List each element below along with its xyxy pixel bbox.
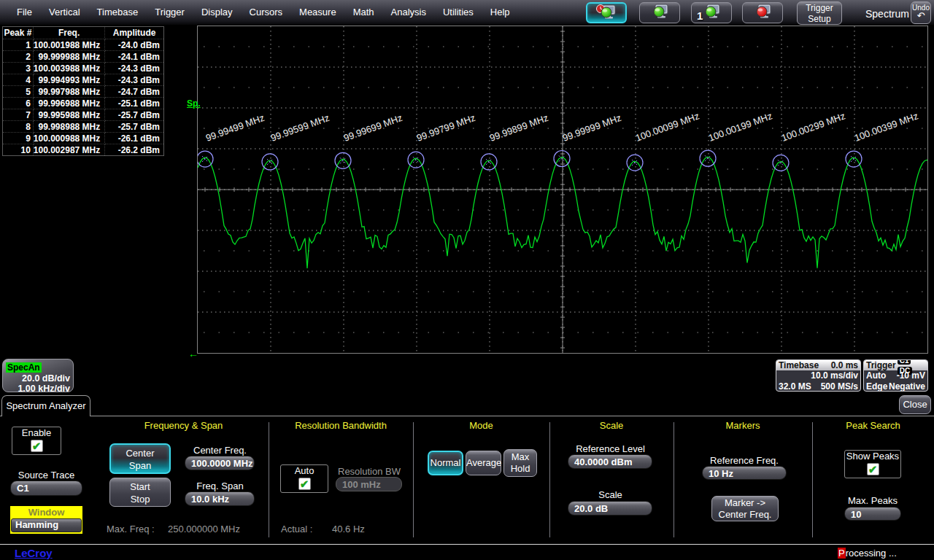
- oscilloscope-screen: FileVerticalTimebaseTriggerDisplayCursor…: [0, 0, 934, 560]
- single-trigger-count: 1: [697, 9, 703, 22]
- center-freq-field[interactable]: 100.0000 MHz: [185, 456, 255, 470]
- enable-checkbox[interactable]: ✔: [31, 440, 43, 452]
- timebase-descriptor-box[interactable]: Timebase 0.0 ms 10.0 ms/div 32.0 MS 500 …: [776, 359, 861, 392]
- source-trace-field[interactable]: C1: [10, 481, 82, 496]
- menu-cursors[interactable]: Cursors: [250, 0, 283, 18]
- specan-descriptor-box[interactable]: SpecAn 20.0 dB/div 1.00 kHz/div: [2, 359, 74, 392]
- green-light-monitor-icon: [587, 4, 627, 23]
- section-title-frequency-span: Frequency & Span: [99, 420, 269, 431]
- reference-freq-field[interactable]: 10 Hz: [702, 466, 787, 480]
- lecroy-logo[interactable]: LeCroy: [15, 547, 53, 559]
- section-title-mode: Mode: [413, 420, 549, 431]
- marker-to-center-freq-button[interactable]: Marker -> Center Freq.: [711, 496, 779, 521]
- actual-label: Actual :: [281, 524, 312, 534]
- peak-table-cell: 100.003988 MHz: [33, 63, 104, 74]
- peak-table-row: 899.998988 MHz-25.7 dBm: [3, 121, 164, 133]
- start-stop-button[interactable]: Start Stop: [109, 478, 171, 507]
- peak-table-row: 3100.003988 MHz-24.3 dBm: [3, 63, 164, 74]
- trigger-stop-button[interactable]: [742, 2, 783, 23]
- peak-table-cell: 5: [3, 86, 34, 98]
- menu-math[interactable]: Math: [353, 0, 374, 18]
- peak-table-cell: 99.999988 MHz: [33, 51, 104, 63]
- menu-vertical[interactable]: Vertical: [49, 0, 80, 18]
- peak-table-header: Peak #: [3, 27, 34, 39]
- resolution-bw-label: Resolution BW: [336, 466, 403, 477]
- close-button[interactable]: Close: [899, 395, 931, 414]
- peak-frequency-label: 99.99799 MHz: [415, 112, 477, 144]
- peak-marker-circle-icon: [198, 151, 213, 167]
- show-peaks-checkbox[interactable]: ✔: [867, 463, 879, 475]
- menu-file[interactable]: File: [17, 0, 32, 18]
- processing-status-first-letter: P: [838, 548, 846, 559]
- peak-table-row: 9100.000988 MHz-26.1 dBm: [3, 133, 164, 144]
- peak-table-cell: 99.996988 MHz: [33, 98, 104, 109]
- peak-table-cell: 100.002987 MHz: [33, 144, 104, 156]
- trigger-descriptor-box[interactable]: Trigger C1 DC Auto -10 mV Edge Negative: [863, 359, 928, 392]
- window-combo[interactable]: Hamming: [11, 518, 82, 532]
- trigger-auto-button[interactable]: [586, 2, 627, 23]
- peak-table-cell: -24.1 dBm: [105, 51, 164, 63]
- source-trace-label: Source Trace: [10, 470, 82, 481]
- trigger-single-button[interactable]: 1: [691, 2, 732, 23]
- enable-checkbox-group[interactable]: Enable ✔: [12, 427, 61, 455]
- section-title-peak-search: Peak Search: [812, 420, 934, 431]
- peak-table-cell: -25.7 dBm: [105, 121, 164, 133]
- scale-field[interactable]: 20.0 dB: [568, 501, 652, 516]
- mode-max-hold-button[interactable]: Max Hold: [503, 449, 537, 477]
- mode-normal-button[interactable]: Normal: [428, 451, 463, 475]
- peak-table-cell: -24.7 dBm: [105, 86, 164, 98]
- peak-table-row: 799.995988 MHz-25.7 dBm: [3, 109, 164, 121]
- menu-measure[interactable]: Measure: [299, 0, 336, 18]
- trigger-position-arrow-icon: ←: [188, 348, 198, 359]
- mode-average-button[interactable]: Average: [466, 451, 501, 475]
- peak-frequency-label: 99.99899 MHz: [488, 112, 550, 144]
- peak-table-cell: -25.1 dBm: [105, 98, 164, 109]
- center-span-button[interactable]: Center Span: [109, 443, 171, 474]
- peak-frequency-label: 100.00099 MHz: [634, 110, 700, 143]
- trigger-setup-button[interactable]: Trigger Setup: [797, 1, 842, 25]
- menu-display[interactable]: Display: [201, 0, 233, 18]
- center-freq-label: Center Freq.: [185, 445, 255, 456]
- auto-checkbox[interactable]: ✔: [298, 478, 311, 490]
- menu-timebase[interactable]: Timebase: [97, 0, 139, 18]
- peak-table-row: 1100.001988 MHz-24.0 dBm: [3, 39, 164, 51]
- trigger-source-badge: C1: [898, 359, 911, 365]
- timebase-title: Timebase: [779, 360, 819, 370]
- peak-table-row: 499.994993 MHz-24.3 dBm: [3, 74, 164, 86]
- reference-level-label: Reference Level: [568, 443, 653, 454]
- peak-table-cell: 99.995988 MHz: [33, 109, 104, 121]
- undo-icon: ↶: [911, 12, 930, 20]
- auto-checkbox-group[interactable]: Auto ✔: [280, 464, 328, 493]
- peak-table-row: 599.997988 MHz-24.7 dBm: [3, 86, 164, 98]
- resolution-bw-field: 100 mHz: [336, 477, 402, 491]
- spectrum-analyzer-dialog: Enable ✔ Source Trace C1 Window Hamming …: [0, 416, 934, 542]
- window-label: Window: [11, 507, 82, 518]
- peak-table-cell: -24.3 dBm: [105, 74, 164, 86]
- peak-table-cell: 7: [3, 109, 34, 121]
- peak-table-header: Amplitude: [105, 27, 164, 39]
- actual-value: 40.6 Hz: [332, 524, 365, 534]
- trigger-setup-label-line1: Trigger: [798, 3, 841, 14]
- menu-help[interactable]: Help: [490, 0, 510, 18]
- reference-level-field[interactable]: 40.0000 dBm: [568, 454, 652, 469]
- max-peaks-label: Max. Peaks: [844, 495, 901, 506]
- peak-table-cell: -24.3 dBm: [105, 63, 164, 74]
- trigger-slope: Negative: [889, 381, 925, 392]
- spectrum-plot: 99.99499 MHz99.99599 MHz99.99699 MHz99.9…: [197, 26, 928, 354]
- undo-button[interactable]: Undo ↶: [911, 1, 931, 24]
- tab-spectrum-analyzer[interactable]: Spectrum Analyzer: [1, 395, 90, 416]
- trigger-type: Edge: [866, 381, 887, 392]
- freq-span-field[interactable]: 10.0 kHz: [185, 491, 255, 506]
- menu-trigger[interactable]: Trigger: [155, 0, 185, 18]
- menu-utilities[interactable]: Utilities: [443, 0, 474, 18]
- specan-khz-per-div: 1.00 kHz/div: [6, 384, 70, 394]
- peak-table-row: 699.996988 MHz-25.1 dBm: [3, 98, 164, 109]
- green-light-monitor-icon: [640, 3, 679, 22]
- menu-analysis[interactable]: Analysis: [391, 0, 426, 18]
- trigger-normal-button[interactable]: [639, 2, 680, 23]
- peak-table-row: 10100.002987 MHz-26.2 dBm: [3, 144, 164, 156]
- max-peaks-field[interactable]: 10: [844, 507, 901, 521]
- processing-status-rest: rocessing ...: [846, 548, 897, 559]
- show-peaks-checkbox-group[interactable]: Show Peaks ✔: [844, 450, 901, 478]
- acquisition-mode-label: Spectrum: [865, 8, 909, 20]
